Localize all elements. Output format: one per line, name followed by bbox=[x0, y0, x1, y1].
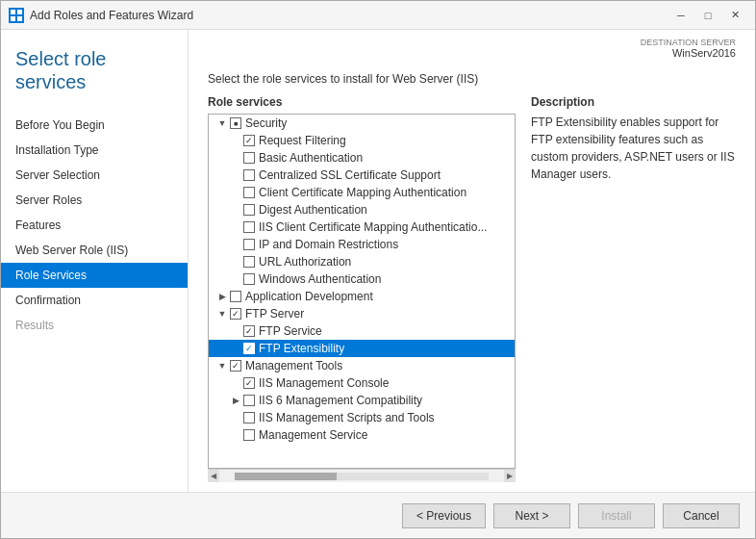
nav-item-results: Results bbox=[1, 313, 188, 338]
checkbox-security[interactable] bbox=[230, 117, 241, 129]
nav-item-role-services[interactable]: Role Services bbox=[1, 263, 188, 288]
checkbox-ftp-service[interactable] bbox=[243, 325, 255, 337]
checkbox-ip-domain[interactable] bbox=[243, 239, 255, 250]
tree-item-client-cert-mapping[interactable]: Client Certificate Mapping Authenticatio… bbox=[209, 184, 515, 201]
checkbox-iis-mgmt-scripts[interactable] bbox=[243, 412, 255, 424]
item-label-windows-auth: Windows Authentication bbox=[259, 272, 381, 286]
h-scroll-thumb bbox=[235, 473, 337, 480]
content-area: Select role services Before You BeginIns… bbox=[1, 30, 755, 492]
server-label: DESTINATION SERVER bbox=[208, 38, 736, 47]
item-label-management-tools: Management Tools bbox=[245, 359, 342, 372]
nav-item-server-roles[interactable]: Server Roles bbox=[1, 188, 188, 213]
window-title: Add Roles and Features Wizard bbox=[30, 9, 668, 22]
description-header: Description bbox=[531, 95, 736, 109]
left-panel: Select role services Before You BeginIns… bbox=[1, 30, 189, 492]
svg-rect-0 bbox=[11, 10, 15, 14]
checkbox-windows-auth[interactable] bbox=[243, 273, 255, 285]
description-panel: Description FTP Extensibility enables su… bbox=[531, 95, 736, 482]
maximize-button[interactable]: □ bbox=[695, 6, 720, 25]
expander-ftp-server[interactable] bbox=[216, 308, 228, 320]
item-label-centralized-ssl: Centralized SSL Certificate Support bbox=[259, 168, 441, 182]
install-button: Install bbox=[578, 503, 655, 528]
checkbox-iis-client-cert[interactable] bbox=[243, 221, 255, 233]
page-title-area: Select role services bbox=[1, 30, 188, 105]
tree-item-digest-auth[interactable]: Digest Authentication bbox=[209, 201, 515, 218]
checkbox-iis6-compat[interactable] bbox=[243, 395, 255, 406]
tree-item-iis-client-cert[interactable]: IIS Client Certificate Mapping Authentic… bbox=[209, 218, 515, 236]
tree-item-centralized-ssl[interactable]: Centralized SSL Certificate Support bbox=[209, 167, 515, 184]
tree-container[interactable]: SecurityRequest FilteringBasic Authentic… bbox=[208, 114, 516, 469]
tree-item-ip-domain[interactable]: IP and Domain Restrictions bbox=[209, 236, 515, 253]
item-label-ftp-service: FTP Service bbox=[259, 324, 322, 338]
next-button[interactable]: Next > bbox=[493, 503, 570, 528]
expander-iis6-compat[interactable] bbox=[230, 395, 241, 406]
item-label-iis-client-cert: IIS Client Certificate Mapping Authentic… bbox=[259, 220, 487, 234]
svg-rect-1 bbox=[17, 10, 22, 14]
svg-rect-2 bbox=[11, 16, 15, 21]
tree-item-app-dev[interactable]: Application Development bbox=[209, 288, 515, 305]
nav-list: Before You BeginInstallation TypeServer … bbox=[1, 105, 188, 346]
item-label-digest-auth: Digest Authentication bbox=[259, 203, 367, 217]
role-services-panel: Role services SecurityRequest FilteringB… bbox=[208, 95, 516, 482]
item-label-security: Security bbox=[245, 116, 287, 130]
tree-item-security[interactable]: Security bbox=[209, 115, 515, 132]
role-services-header: Role services bbox=[208, 95, 516, 109]
right-content: DESTINATION SERVER WinServ2016 Select th… bbox=[189, 30, 755, 492]
tree-item-iis-mgmt-console[interactable]: IIS Management Console bbox=[209, 374, 515, 392]
checkbox-app-dev[interactable] bbox=[230, 291, 241, 302]
tree-item-iis-mgmt-scripts[interactable]: IIS Management Scripts and Tools bbox=[209, 409, 515, 426]
nav-item-features[interactable]: Features bbox=[1, 213, 188, 238]
checkbox-ftp-server[interactable] bbox=[230, 308, 241, 320]
checkbox-iis-mgmt-console[interactable] bbox=[243, 377, 255, 389]
tree-item-mgmt-service[interactable]: Management Service bbox=[209, 426, 515, 444]
nav-item-confirmation[interactable]: Confirmation bbox=[1, 288, 188, 313]
item-label-client-cert-mapping: Client Certificate Mapping Authenticatio… bbox=[259, 186, 466, 199]
item-label-iis6-compat: IIS 6 Management Compatibility bbox=[259, 394, 422, 407]
expander-app-dev[interactable] bbox=[216, 291, 228, 302]
checkbox-mgmt-service[interactable] bbox=[243, 429, 255, 441]
minimize-button[interactable]: ─ bbox=[668, 6, 693, 25]
item-label-iis-mgmt-scripts: IIS Management Scripts and Tools bbox=[259, 411, 435, 424]
checkbox-management-tools[interactable] bbox=[230, 360, 241, 372]
item-label-ip-domain: IP and Domain Restrictions bbox=[259, 238, 398, 251]
checkbox-client-cert-mapping[interactable] bbox=[243, 187, 255, 198]
nav-item-before-you-begin[interactable]: Before You Begin bbox=[1, 113, 188, 138]
tree-item-ftp-service[interactable]: FTP Service bbox=[209, 322, 515, 340]
cancel-button[interactable]: Cancel bbox=[663, 503, 740, 528]
tree-item-request-filtering[interactable]: Request Filtering bbox=[209, 132, 515, 149]
nav-item-installation-type[interactable]: Installation Type bbox=[1, 138, 188, 163]
close-button[interactable]: ✕ bbox=[722, 6, 747, 25]
tree-item-basic-auth[interactable]: Basic Authentication bbox=[209, 149, 515, 167]
previous-button[interactable]: < Previous bbox=[402, 503, 486, 528]
two-col-layout: Role services SecurityRequest FilteringB… bbox=[208, 95, 736, 482]
window-controls: ─ □ ✕ bbox=[668, 6, 747, 25]
footer: < Previous Next > Install Cancel bbox=[1, 492, 755, 538]
svg-rect-3 bbox=[17, 16, 22, 21]
checkbox-basic-auth[interactable] bbox=[243, 152, 255, 164]
tree-item-url-auth[interactable]: URL Authorization bbox=[209, 253, 515, 270]
tree-item-management-tools[interactable]: Management Tools bbox=[209, 357, 515, 374]
nav-item-web-server-role[interactable]: Web Server Role (IIS) bbox=[1, 238, 188, 263]
checkbox-ftp-extensibility[interactable] bbox=[243, 343, 255, 354]
checkbox-centralized-ssl[interactable] bbox=[243, 169, 255, 181]
checkbox-url-auth[interactable] bbox=[243, 256, 255, 268]
server-name: WinServ2016 bbox=[672, 47, 736, 59]
checkbox-request-filtering[interactable] bbox=[243, 135, 255, 146]
tree-item-iis6-compat[interactable]: IIS 6 Management Compatibility bbox=[209, 392, 515, 409]
nav-item-server-selection[interactable]: Server Selection bbox=[1, 163, 188, 188]
tree-item-windows-auth[interactable]: Windows Authentication bbox=[209, 270, 515, 288]
item-label-iis-mgmt-console: IIS Management Console bbox=[259, 376, 389, 390]
horizontal-scrollbar[interactable]: ◀ ▶ bbox=[208, 469, 516, 482]
item-label-ftp-server: FTP Server bbox=[245, 307, 304, 321]
expander-security[interactable] bbox=[216, 117, 228, 129]
tree-item-ftp-extensibility[interactable]: FTP Extensibility bbox=[209, 340, 515, 357]
checkbox-digest-auth[interactable] bbox=[243, 204, 255, 216]
item-label-app-dev: Application Development bbox=[245, 290, 373, 303]
description-text: FTP Extensibility enables support for FT… bbox=[531, 114, 736, 183]
destination-server: DESTINATION SERVER WinServ2016 bbox=[189, 30, 755, 63]
app-icon bbox=[9, 8, 24, 23]
expander-management-tools[interactable] bbox=[216, 360, 228, 372]
tree-item-ftp-server[interactable]: FTP Server bbox=[209, 305, 515, 322]
h-scroll-track bbox=[235, 473, 489, 480]
title-bar: Add Roles and Features Wizard ─ □ ✕ bbox=[1, 1, 755, 30]
